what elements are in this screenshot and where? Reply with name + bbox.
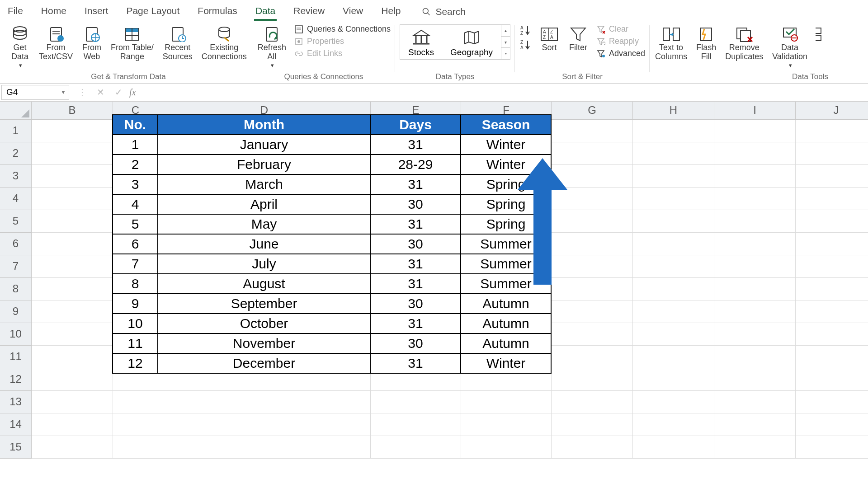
table-cell[interactable]: 6 [113,234,158,254]
tab-view[interactable]: View [341,3,364,21]
table-cell[interactable]: October [158,314,370,333]
fx-cancel-button[interactable]: ✕ [93,87,108,98]
cell[interactable] [633,368,714,391]
datatype-geography[interactable]: Geography [442,25,501,59]
datatype-more[interactable]: ▾ [501,47,510,59]
row-header[interactable]: 9 [0,300,32,323]
datatype-stocks[interactable]: Stocks [400,25,442,59]
cell[interactable] [796,188,868,210]
tab-formulas[interactable]: Formulas [196,3,239,21]
table-cell[interactable]: Summer [461,274,551,294]
row-header[interactable]: 7 [0,255,32,278]
row-header[interactable]: 5 [0,210,32,233]
cell[interactable] [633,120,714,142]
tab-insert[interactable]: Insert [83,3,110,21]
cell[interactable] [633,323,714,346]
cell[interactable] [796,323,868,346]
column-header[interactable]: B [32,102,113,120]
table-cell[interactable]: 30 [370,333,461,353]
row-header[interactable]: 10 [0,323,32,346]
cell[interactable] [113,436,158,459]
cell[interactable] [714,188,796,210]
table-cell[interactable]: Summer [461,234,551,254]
cell[interactable] [714,142,796,165]
table-cell[interactable]: January [158,135,370,155]
table-cell[interactable]: Winter [461,155,551,174]
cell[interactable] [552,120,633,142]
table-cell[interactable]: March [158,174,370,194]
table-cell[interactable]: 31 [370,314,461,333]
row-header[interactable]: 4 [0,188,32,210]
cell[interactable] [371,436,461,459]
get-data-button[interactable]: Get Data▾ [9,24,31,70]
cell[interactable] [796,210,868,233]
cell[interactable] [714,323,796,346]
cell[interactable] [32,413,113,436]
cell[interactable] [633,142,714,165]
cell[interactable] [32,165,113,188]
table-cell[interactable]: 1 [113,135,158,155]
cell[interactable] [552,323,633,346]
fx-accept-button[interactable]: ✓ [111,87,126,98]
column-header[interactable]: H [633,102,714,120]
cell[interactable] [633,188,714,210]
row-header[interactable]: 15 [0,436,32,459]
tab-help[interactable]: Help [380,3,402,21]
sort-button[interactable]: AZZA Sort [538,24,560,53]
cell[interactable] [796,142,868,165]
cell[interactable] [714,278,796,300]
cell[interactable] [32,278,113,300]
datatype-down[interactable]: ▾ [501,36,510,48]
cell[interactable] [714,413,796,436]
tab-home[interactable]: Home [40,3,68,21]
sort-desc-button[interactable]: ZA [519,39,531,51]
table-cell[interactable]: Summer [461,254,551,274]
table-cell[interactable]: Spring [461,214,551,234]
cell[interactable] [32,346,113,368]
cell[interactable] [461,436,552,459]
from-web-button[interactable]: From Web [81,24,103,62]
cell[interactable] [32,323,113,346]
cell[interactable] [633,300,714,323]
consolidate-button[interactable] [816,24,828,43]
name-box[interactable]: G4 ▼ [1,85,69,100]
table-cell[interactable]: 30 [370,194,461,214]
table-cell[interactable]: 10 [113,314,158,333]
recent-sources-button[interactable]: Recent Sources [162,24,193,62]
cell[interactable] [371,391,461,413]
table-cell[interactable]: 30 [370,234,461,254]
cell[interactable] [552,233,633,255]
cell[interactable] [714,346,796,368]
table-cell[interactable]: Winter [461,353,551,373]
from-table-range-button[interactable]: From Table/ Range [110,24,155,62]
table-cell[interactable]: Autumn [461,333,551,353]
refresh-all-button[interactable]: Refresh All▾ [257,24,287,70]
tab-data[interactable]: Data [254,3,277,21]
flash-fill-button[interactable]: Flash Fill [695,24,717,62]
cell[interactable] [461,413,552,436]
table-cell[interactable]: April [158,194,370,214]
cell[interactable] [552,436,633,459]
remove-duplicates-button[interactable]: Remove Duplicates [724,24,764,62]
row-header[interactable]: 14 [0,413,32,436]
cell[interactable] [714,368,796,391]
cell[interactable] [633,391,714,413]
table-cell[interactable]: 31 [370,353,461,373]
cell[interactable] [714,300,796,323]
clear-filter-button[interactable]: Clear [596,24,645,34]
cell[interactable] [796,368,868,391]
table-cell[interactable]: 31 [370,254,461,274]
cell[interactable] [796,413,868,436]
cell[interactable] [552,142,633,165]
cell[interactable] [714,233,796,255]
cell[interactable] [461,391,552,413]
table-cell[interactable]: June [158,234,370,254]
row-header[interactable]: 3 [0,165,32,188]
table-cell[interactable]: May [158,214,370,234]
column-header[interactable]: G [552,102,633,120]
cell[interactable] [552,210,633,233]
table-cell[interactable]: 12 [113,353,158,373]
cell[interactable] [796,436,868,459]
row-header[interactable]: 13 [0,391,32,413]
cell[interactable] [552,391,633,413]
